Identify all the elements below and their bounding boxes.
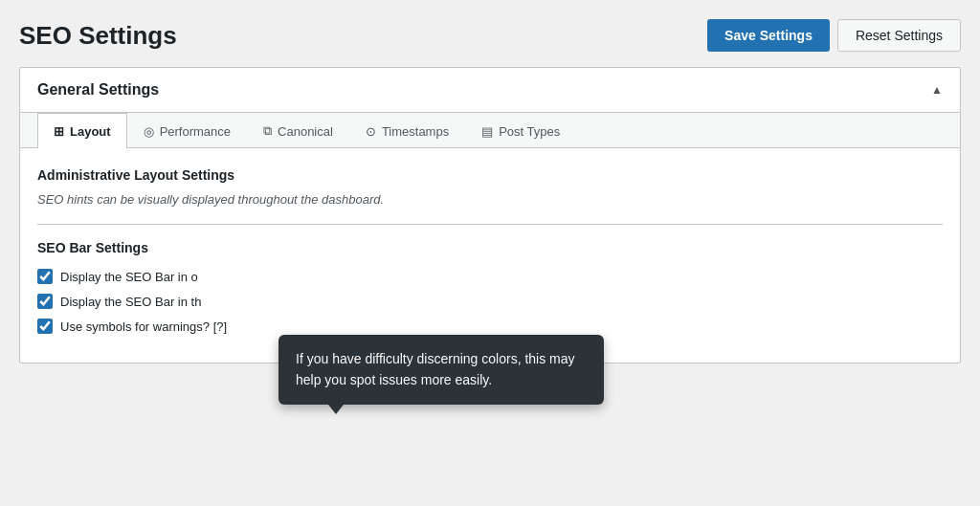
tab-content-layout: Administrative Layout Settings SEO hints… — [20, 148, 960, 363]
page-title: SEO Settings — [19, 21, 177, 51]
performance-icon: ◎ — [144, 124, 154, 139]
general-settings-section: General Settings ▲ ⊞ Layout ◎ Performanc… — [19, 67, 961, 363]
admin-hint-text: SEO hints can be visually displayed thro… — [37, 192, 943, 207]
admin-layout-title: Administrative Layout Settings — [37, 167, 943, 183]
tab-canonical[interactable]: ⧉ Canonical — [247, 113, 349, 148]
seo-bar-title: SEO Bar Settings — [37, 240, 943, 255]
tab-layout-label: Layout — [70, 124, 111, 139]
reset-settings-button[interactable]: Reset Settings — [837, 19, 961, 52]
tab-performance-label: Performance — [160, 124, 231, 139]
checkbox-label-3: Use symbols for warnings? [?] — [60, 319, 227, 334]
tooltip-text: If you have difficulty discerning colors… — [296, 351, 575, 387]
checkbox-label-1: Display the SEO Bar in o — [60, 270, 198, 284]
checkbox-seo-bar-1[interactable] — [37, 269, 53, 284]
header-buttons: Save Settings Reset Settings — [707, 19, 961, 52]
tooltip-popup: If you have difficulty discerning colors… — [278, 335, 604, 405]
checkbox-row-1: Display the SEO Bar in o — [37, 269, 943, 284]
canonical-icon: ⧉ — [263, 123, 272, 139]
checkbox-seo-bar-2[interactable] — [37, 294, 53, 309]
tab-performance[interactable]: ◎ Performance — [127, 113, 247, 148]
checkbox-row-2: Display the SEO Bar in th — [37, 294, 943, 309]
divider — [37, 224, 943, 225]
tab-timestamps[interactable]: ⊙ Timestamps — [349, 113, 465, 148]
checkbox-seo-bar-3[interactable] — [37, 319, 53, 334]
checkbox-row-3: Use symbols for warnings? [?] — [37, 319, 943, 334]
save-settings-button[interactable]: Save Settings — [707, 19, 830, 52]
tab-timestamps-label: Timestamps — [382, 124, 449, 139]
tabs-bar: ⊞ Layout ◎ Performance ⧉ Canonical ⊙ Tim… — [20, 113, 960, 148]
timestamps-icon: ⊙ — [366, 124, 376, 139]
page-header: SEO Settings Save Settings Reset Setting… — [19, 19, 961, 52]
tab-layout[interactable]: ⊞ Layout — [37, 113, 127, 148]
tab-post-types[interactable]: ▤ Post Types — [465, 113, 576, 148]
section-header[interactable]: General Settings ▲ — [20, 68, 960, 113]
collapse-arrow-icon[interactable]: ▲ — [931, 83, 943, 97]
tab-canonical-label: Canonical — [278, 124, 333, 139]
section-title: General Settings — [37, 81, 159, 99]
checkbox-label-2: Display the SEO Bar in th — [60, 295, 201, 309]
tab-post-types-label: Post Types — [499, 124, 560, 139]
layout-icon: ⊞ — [54, 124, 64, 139]
post-types-icon: ▤ — [481, 124, 493, 139]
